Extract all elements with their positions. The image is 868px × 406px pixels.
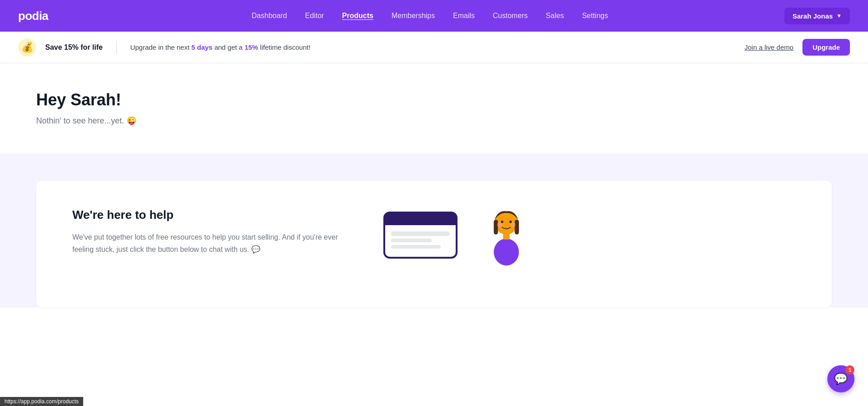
svg-point-13 xyxy=(497,222,502,227)
help-illustrations xyxy=(380,208,533,267)
banner-pct-highlight: 15% xyxy=(245,43,258,51)
svg-point-11 xyxy=(494,239,519,265)
banner-days-highlight: 5 days xyxy=(191,43,212,51)
svg-point-9 xyxy=(501,221,504,223)
promo-banner: 💰 Save 15% for life Upgrade in the next … xyxy=(0,32,868,63)
svg-rect-2 xyxy=(384,219,457,225)
chat-notification-badge: 1 xyxy=(845,365,854,374)
nav-link-products[interactable]: Products xyxy=(333,8,382,24)
help-section: We're here to help We've put together lo… xyxy=(0,154,868,307)
chevron-down-icon: ▼ xyxy=(836,13,842,19)
help-description: We've put together lots of free resource… xyxy=(72,231,344,255)
user-menu-button[interactable]: Sarah Jonas ▼ xyxy=(784,8,850,24)
page-greeting: Hey Sarah! xyxy=(36,90,832,109)
laptop-illustration xyxy=(380,208,461,267)
banner-text-suffix: lifetime discount! xyxy=(258,43,311,51)
logo[interactable]: podia xyxy=(18,9,48,23)
nav-link-memberships[interactable]: Memberships xyxy=(382,8,444,24)
page-subtext: Nothin' to see here...yet. 😜 xyxy=(36,116,832,126)
banner-text-middle: and get a xyxy=(212,43,245,51)
banner-text-prefix: Upgrade in the next xyxy=(130,43,191,51)
svg-rect-7 xyxy=(494,220,498,235)
help-title: We're here to help xyxy=(72,208,344,222)
chat-button[interactable]: 💬 1 xyxy=(827,365,854,392)
help-text-block: We're here to help We've put together lo… xyxy=(72,208,344,283)
person-illustration xyxy=(479,208,533,267)
svg-rect-4 xyxy=(391,239,432,242)
upgrade-button[interactable]: Upgrade xyxy=(802,39,850,56)
banner-text: Upgrade in the next 5 days and get a 15%… xyxy=(130,43,311,51)
svg-rect-8 xyxy=(515,220,519,235)
nav-link-settings[interactable]: Settings xyxy=(573,8,617,24)
join-live-demo-link[interactable]: Join a live demo xyxy=(745,43,793,51)
banner-divider xyxy=(116,41,117,54)
user-name-label: Sarah Jonas xyxy=(793,12,833,20)
chat-icon: 💬 xyxy=(834,373,848,385)
svg-point-10 xyxy=(509,221,512,223)
nav-link-customers[interactable]: Customers xyxy=(484,8,537,24)
nav-link-sales[interactable]: Sales xyxy=(537,8,573,24)
navbar: podia Dashboard Editor Products Membersh… xyxy=(0,0,868,32)
nav-link-emails[interactable]: Emails xyxy=(444,8,484,24)
status-bar: https://app.podia.com/products xyxy=(0,397,83,406)
svg-rect-3 xyxy=(391,231,450,236)
nav-link-editor[interactable]: Editor xyxy=(296,8,333,24)
help-card: We're here to help We've put together lo… xyxy=(36,181,832,307)
svg-point-14 xyxy=(510,222,515,227)
svg-rect-12 xyxy=(503,233,510,240)
banner-title: Save 15% for life xyxy=(45,43,103,52)
svg-rect-5 xyxy=(391,245,441,249)
banner-actions: Join a live demo Upgrade xyxy=(745,39,850,56)
nav-links: Dashboard Editor Products Memberships Em… xyxy=(75,8,784,24)
money-icon: 💰 xyxy=(18,38,36,57)
main-content: Hey Sarah! Nothin' to see here...yet. 😜 xyxy=(0,63,868,154)
nav-link-dashboard[interactable]: Dashboard xyxy=(243,8,296,24)
